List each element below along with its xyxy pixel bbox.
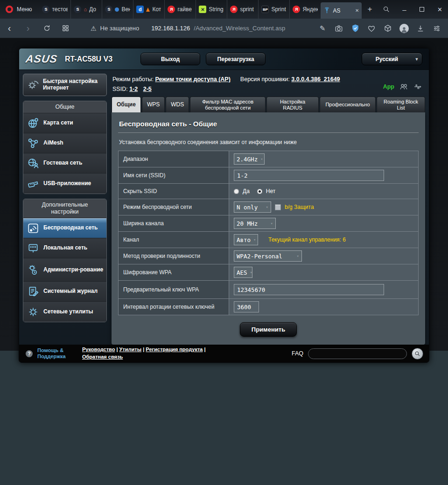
ssid-link-2[interactable]: 2-5: [143, 86, 152, 92]
hide-ssid-no-radio[interactable]: [257, 189, 262, 194]
sidebar-item-quick-setup[interactable]: Быстрая настройка Интернет: [23, 74, 107, 96]
sidebar-item-lan[interactable]: Локальная сеть: [23, 238, 106, 258]
ssid-link-1[interactable]: 1-2: [129, 86, 138, 92]
downloads-button[interactable]: [414, 22, 427, 35]
minimize-button[interactable]: –: [395, 0, 413, 19]
browser-tab[interactable]: S тестов: [39, 0, 70, 19]
browser-tab[interactable]: S Вен: [102, 0, 133, 19]
snapshot-button[interactable]: [332, 22, 345, 35]
wireless-mode-select[interactable]: N only ▾: [234, 201, 271, 213]
easy-setup-button[interactable]: [430, 22, 443, 35]
manual-link[interactable]: Руководство: [82, 346, 115, 352]
tab-search-button[interactable]: [378, 0, 395, 19]
back-button[interactable]: ‹: [0, 23, 19, 34]
hide-ssid-yes-radio[interactable]: [234, 189, 239, 194]
usb-icon[interactable]: [413, 82, 423, 91]
new-tab-button[interactable]: +: [362, 0, 378, 19]
speed-dial-button[interactable]: [56, 24, 75, 32]
sidebar-item-administration[interactable]: Администри-рование: [23, 258, 106, 282]
edit-page-button[interactable]: ✎: [316, 22, 329, 35]
bookmark-button[interactable]: [365, 22, 378, 35]
faq-search-input[interactable]: [308, 348, 407, 359]
channel-select[interactable]: Авто ▾: [234, 234, 258, 245]
sidebar-item-network-tools[interactable]: Сетевые утилиты: [23, 302, 106, 322]
utilities-link[interactable]: Утилиты: [119, 346, 142, 352]
profile-button[interactable]: [398, 22, 411, 35]
firmware-link[interactable]: 3.0.0.4.386_21649: [291, 76, 340, 83]
auth-method-select[interactable]: WPA2-Personal ▾: [234, 250, 302, 262]
sidebar-item-aimesh[interactable]: AiMesh: [23, 133, 106, 153]
wpa-key-input[interactable]: [234, 284, 384, 295]
security-label[interactable]: Не защищено: [100, 25, 140, 32]
tab-roaming-block[interactable]: Roaming Block List: [377, 97, 425, 112]
feedback-link[interactable]: Обратная связь: [82, 354, 123, 360]
search-icon: [383, 6, 390, 13]
tab-wds[interactable]: WDS: [166, 97, 189, 112]
apply-button[interactable]: Применить: [240, 322, 297, 337]
blue-dot-icon: [115, 7, 119, 12]
sidebar-item-system-log[interactable]: Системный журнал: [23, 282, 106, 302]
browser-tab[interactable]: d Кот: [133, 0, 164, 19]
help-support-label[interactable]: Помощь & Поддержка: [37, 347, 77, 360]
tab-mac-filter[interactable]: Фильтр MAC адресов беспроводной сети: [190, 97, 266, 112]
forward-button[interactable]: ›: [19, 23, 37, 34]
sidebar-item-wireless[interactable]: Беспроводная сеть: [23, 218, 106, 238]
sliders-icon: [433, 24, 441, 33]
clients-icon[interactable]: [399, 82, 408, 91]
chevron-down-icon: ▾: [260, 157, 263, 161]
chevron-down-icon: ▾: [297, 254, 299, 258]
reboot-button[interactable]: Перезагрузка: [206, 53, 266, 65]
tab-professional[interactable]: Профессионально: [320, 97, 376, 112]
download-icon: [416, 24, 425, 33]
tab-wps[interactable]: WPS: [142, 97, 165, 112]
mode-link[interactable]: Режим точки доступа (AP): [155, 76, 230, 83]
wpa-encryption-select[interactable]: AES ▾: [234, 267, 252, 278]
bg-protection-checkbox[interactable]: [275, 204, 281, 210]
flame-icon: [146, 7, 150, 12]
opera-menu-button[interactable]: Меню: [0, 0, 39, 19]
browser-tab[interactable]: ✕ String: [196, 0, 227, 19]
logout-button[interactable]: Выход: [140, 53, 200, 65]
current-channel-note: Текущий канал управления: 6: [268, 236, 346, 243]
band-select[interactable]: 2.4GHz ▾: [234, 153, 265, 165]
browser-tab[interactable]: Я Яндек: [289, 0, 321, 19]
sidebar-item-guest-network[interactable]: Гостевая сеть: [23, 153, 106, 173]
sidebar-item-network-map[interactable]: Карта сети: [23, 113, 106, 133]
browser-tab[interactable]: Я sprint: [227, 0, 258, 19]
channel-width-select[interactable]: 20 MHz ▾: [234, 218, 276, 229]
close-tab-icon[interactable]: ✕: [355, 8, 359, 13]
maximize-icon: [420, 7, 424, 12]
table-row: Метод проверки подлинности WPA2-Personal…: [119, 248, 418, 264]
browser-tab[interactable]: S ⌂ До: [70, 0, 102, 19]
avatar: [399, 24, 409, 33]
window-controls: – ✕: [378, 0, 448, 19]
faq-search-button[interactable]: [412, 348, 423, 360]
app-link[interactable]: App: [383, 82, 394, 92]
yandex-favicon: Я: [230, 6, 238, 13]
browser-tab[interactable]: BP Sprint: [258, 0, 289, 19]
url-host: 192.168.1.126: [151, 25, 190, 32]
gear-clock-icon: [26, 263, 40, 277]
address-bar: ‹ › ⚠ Не защищено 192.168.1.126/Advanced…: [0, 19, 448, 38]
key-rotation-input[interactable]: [234, 301, 259, 312]
sidebar-item-usb-application[interactable]: USB-приложение: [23, 173, 106, 194]
maximize-button[interactable]: [413, 0, 431, 19]
tab-general[interactable]: Общие: [112, 97, 141, 112]
adblock-badge[interactable]: [349, 22, 362, 35]
url-field[interactable]: ⚠ Не защищено 192.168.1.126/Advanced_Wir…: [91, 25, 285, 32]
tab-radius[interactable]: Настройка RADIUS: [266, 97, 319, 112]
ssid-input[interactable]: [234, 170, 384, 181]
language-select[interactable]: Русский ▼: [362, 53, 422, 65]
browser-tab[interactable]: Я гайве: [164, 0, 196, 19]
close-window-button[interactable]: ✕: [431, 0, 448, 19]
reload-button[interactable]: [37, 24, 56, 32]
sidebar-group-general: Общие Карта сети AiMesh: [23, 101, 107, 194]
extensions-button[interactable]: [381, 22, 394, 35]
mode-label: Режим работы:: [112, 76, 154, 83]
field-label: Метод проверки подлинности: [119, 248, 229, 264]
heart-icon: [367, 24, 376, 33]
site-favicon: S: [105, 6, 112, 13]
router-footer: ? Помощь & Поддержка Руководство | Утили…: [19, 345, 429, 362]
browser-tab-active[interactable]: AS ✕: [321, 2, 362, 19]
product-registration-link[interactable]: Регистрация продукта: [146, 346, 203, 352]
